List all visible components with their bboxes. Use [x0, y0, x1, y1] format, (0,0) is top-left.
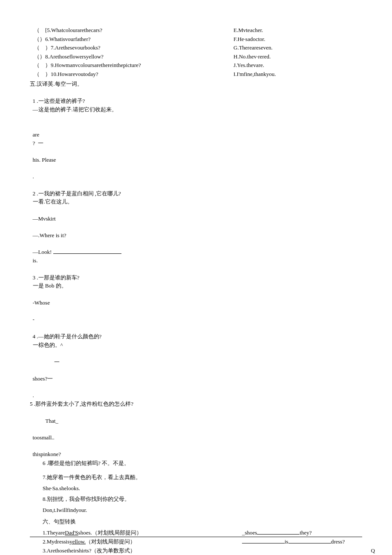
match-q7-text: Arethesevourbooks?	[55, 44, 101, 51]
match-a9: J.Yes.thevare.	[233, 61, 366, 70]
s5-q1-line2: are ? 一 his. Please .	[30, 114, 362, 180]
s5-q4e: .	[33, 392, 34, 398]
match-q6: （）6.Whatisvourfather?	[30, 35, 233, 44]
s5-q3c: -Whose	[33, 299, 50, 306]
match-q8: （）8.Arethoseflowersyellow?	[30, 52, 233, 61]
match-q8-text: Arethoseflowersyellow?	[49, 53, 104, 60]
s6-q1-left: 1.TheyareDad'Sshoes.（对划线局部提问）	[30, 529, 242, 537]
s5-q4-line1: 4 .—她的鞋子是什么颜色的? 一棕色的。^	[30, 324, 362, 349]
section5-title: 五.汉译英.每空一词。	[30, 80, 362, 88]
s6-q2c: is	[285, 538, 288, 545]
s6-q1u: Dad'S	[65, 529, 78, 536]
s6-q3: 3.Arethosetheirshirts?（改为单数形式） Q	[30, 546, 362, 555]
s5-q2d: —.Where is it?	[33, 232, 66, 238]
s5-q4a: 4 .—她的鞋子是什么颜色的?	[33, 333, 102, 340]
spacer	[30, 468, 362, 473]
match-q5: （ [5.Whatcolourarethecars?	[30, 26, 233, 35]
s5-q3-line2: -Whose -	[30, 291, 362, 324]
blank	[242, 543, 285, 543]
s5-q5d: thispinkone?	[33, 451, 61, 457]
match-q7: （ ）7.Arethesevourbooks?	[30, 44, 233, 52]
s6-q1-right: _shoesthey?	[242, 529, 375, 537]
s6-q2-left: 2.Mydressisyellow.（对划线局部提问）	[30, 538, 242, 546]
s5-q5-line1: 5 .那件蓝外套太小了,这件粉红色的怎么样?	[30, 400, 362, 408]
s5-q5-line2: That_ toosmall.. thispinkone?	[30, 409, 362, 459]
s5-q7b: She·Sa.shelooks.	[30, 484, 362, 493]
s5-q2e: —Look!	[33, 249, 53, 255]
s5-dot: .	[33, 173, 34, 180]
s5-q2b: 一看.它在这儿。	[33, 198, 73, 205]
blank	[288, 543, 331, 543]
match-q9-text: Howmanvcoloursarethereinthepicture?	[55, 62, 141, 68]
matching-block: （ [5.Whatcolourarethecars?E.Mvteacher. （…	[30, 26, 362, 78]
s5-q2-line1: 2 .一我的裙子是蓝白相间 ,它在哪儿? 一看.它在这儿。	[30, 181, 362, 206]
match-q6-text: Whatisvourfather?	[49, 36, 91, 42]
s5-q6: 6 .哪些是他们的短裤吗? 不。不是。	[30, 459, 362, 468]
s5-q7a: 7.她穿着一件黄色的毛衣，看上去真酷。	[30, 473, 362, 482]
section6-title: 六、句型转换	[30, 517, 362, 526]
s5-q1-line1: 1 .一这些是谁的裤子? —这是他的裤子.请把它们收起来。	[30, 89, 362, 114]
s6-q1: 1.TheyareDad'Sshoes.（对划线局部提问） _shoesthey…	[30, 529, 362, 538]
s5-q8b: Don,t.Iwillfindyour.	[30, 506, 362, 514]
match-a10: I.I'mfine,thankyou.	[233, 70, 366, 78]
blank	[257, 534, 300, 535]
s5-his: his. Please	[33, 157, 56, 163]
s5-q4c: 一	[33, 359, 60, 365]
s6-q2d: dress?	[331, 538, 345, 545]
s6-q2u: yellow.	[69, 538, 86, 545]
match-q9: （ ）9.Howmanvcoloursarethereinthepicture?	[30, 61, 233, 70]
s5-q2c: —Mvskirt	[33, 215, 56, 222]
s5-qm: ? 一	[33, 140, 43, 146]
s6-q1c: _shoes	[242, 529, 257, 536]
s5-q1b: —这是他的裤子.请把它们收起来。	[33, 106, 117, 113]
s5-q2f: is.	[33, 257, 38, 264]
s5-q3-line1: 3 .一那是谁的新车? 一是 Bob 的。	[30, 265, 362, 290]
s5-q8a: 8.别担忧，我会帮你找到你的父母。	[30, 495, 362, 503]
s5-q2a: 2 .一我的裙子是蓝白相间 ,它在哪儿?	[33, 190, 121, 197]
s5-q4-line2: 一 shoes?一 .	[30, 349, 362, 399]
s6-q1a: 1.Theyare	[43, 529, 65, 536]
match-a6: F.He·sadoctor.	[233, 35, 366, 44]
s5-q3a: 3 .一那是谁的新车?	[33, 274, 80, 281]
s5-are: are	[33, 131, 40, 138]
s6-q2-right: isdress?	[242, 538, 375, 546]
s5-q1a: 1 .一这些是谁的裤子?	[33, 98, 85, 104]
s6-q2: 2.Mydressisyellow.（对划线局部提问） isdress?	[30, 538, 362, 546]
match-a7: G.Thereareseven.	[233, 44, 366, 52]
s5-q4d: shoes?一	[33, 375, 53, 382]
s5-q4b: 一棕色的。^	[33, 342, 63, 348]
s5-q2-line2: —Mvskirt —.Where is it? —Look! is.	[30, 206, 362, 265]
match-a8: H.No.thev·rered.	[233, 52, 366, 61]
match-q10-text: Howarevoutoday?	[58, 71, 98, 77]
s6-q3b: Q	[242, 546, 392, 555]
s5-q5c: toosmall..	[33, 434, 55, 441]
match-q10: （ ）10.Howarevoutoday?	[30, 70, 233, 78]
match-a5: E.Mvteacher.	[233, 26, 366, 35]
s6-q2b: （对划线局部提问）	[86, 538, 135, 545]
s5-q3d: -	[33, 316, 35, 323]
s5-q5b: That_	[33, 418, 58, 424]
s6-q1b: shoes.（对划线局部提问）	[78, 529, 142, 536]
s6-q1d: they?	[300, 529, 311, 536]
blank	[53, 253, 121, 254]
match-q5-text: Whatcolourarethecars?	[51, 27, 102, 33]
s5-q3b: 一是 Bob 的。	[33, 282, 67, 289]
s6-q3a: 3.Arethosetheirshirts?（改为单数形式）	[30, 546, 242, 555]
s6-q2a: 2.Mydressis	[43, 538, 69, 545]
